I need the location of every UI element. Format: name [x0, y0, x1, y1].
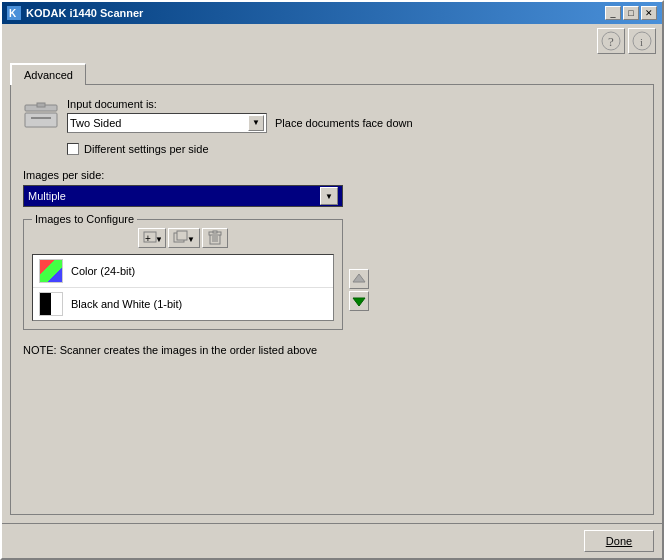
- color-icon: [39, 259, 63, 283]
- svg-text:▼: ▼: [155, 235, 161, 244]
- title-bar-controls: _ □ ✕: [605, 6, 657, 20]
- main-window: K KODAK i1440 Scanner _ □ ✕ ? i: [0, 0, 664, 560]
- input-doc-dropdown[interactable]: Two Sided ▼: [67, 113, 267, 133]
- bw-item-label: Black and White (1-bit): [71, 298, 182, 310]
- images-per-side-arrow[interactable]: ▼: [320, 187, 338, 205]
- svg-rect-8: [31, 117, 51, 119]
- svg-text:+: +: [145, 233, 151, 244]
- delete-icon: [207, 230, 223, 246]
- images-per-side-section: Images per side: Multiple ▼: [23, 169, 641, 207]
- images-to-configure-group: Images to Configure + ▼: [23, 219, 343, 330]
- tab-advanced[interactable]: Advanced: [10, 63, 86, 85]
- minimize-button[interactable]: _: [605, 6, 621, 20]
- list-item[interactable]: Black and White (1-bit): [33, 288, 333, 320]
- title-bar-text: K KODAK i1440 Scanner: [7, 6, 143, 20]
- svg-rect-9: [37, 103, 45, 107]
- input-doc-label: Input document is:: [67, 98, 413, 110]
- done-label: Done: [606, 535, 632, 547]
- list-item[interactable]: Color (24-bit): [33, 255, 333, 288]
- maximize-button[interactable]: □: [623, 6, 639, 20]
- add-icon: + ▼: [143, 230, 161, 246]
- svg-text:?: ?: [608, 34, 614, 49]
- group-box-label: Images to Configure: [32, 213, 137, 225]
- content-area: Advanced Input document is:: [2, 58, 662, 523]
- input-doc-section: Input document is: Two Sided ▼ Place doc…: [23, 97, 641, 133]
- bw-icon: [39, 292, 63, 316]
- image-list: Color (24-bit) Black and White (1-bit): [32, 254, 334, 321]
- svg-marker-22: [353, 274, 365, 282]
- close-button[interactable]: ✕: [641, 6, 657, 20]
- svg-marker-23: [353, 298, 365, 306]
- tab-container: Advanced: [10, 62, 654, 84]
- svg-text:▼: ▼: [187, 235, 195, 244]
- move-down-button[interactable]: [349, 291, 369, 311]
- checkbox-row: Different settings per side: [67, 143, 641, 155]
- group-content: Color (24-bit) Black and White (1-bit): [32, 254, 334, 321]
- color-item-label: Color (24-bit): [71, 265, 135, 277]
- scanner-icon: [23, 97, 59, 133]
- svg-rect-18: [213, 231, 217, 233]
- done-button[interactable]: Done: [584, 530, 654, 552]
- different-settings-label: Different settings per side: [84, 143, 209, 155]
- svg-text:K: K: [9, 8, 17, 19]
- tab-content: Input document is: Two Sided ▼ Place doc…: [10, 84, 654, 515]
- input-doc-dropdown-arrow[interactable]: ▼: [248, 115, 264, 131]
- help-icon: ?: [601, 31, 621, 51]
- input-doc-right: Input document is: Two Sided ▼ Place doc…: [67, 98, 413, 133]
- images-per-side-dropdown[interactable]: Multiple ▼: [23, 185, 343, 207]
- reorder-buttons: [349, 269, 369, 311]
- group-toolbar: + ▼ ▼: [32, 228, 334, 248]
- svg-text:i: i: [640, 36, 643, 48]
- info-icon-button[interactable]: i: [628, 28, 656, 54]
- note-text: NOTE: Scanner creates the images in the …: [23, 344, 641, 356]
- different-settings-checkbox[interactable]: [67, 143, 79, 155]
- toolbar-icons: ? i: [597, 28, 656, 54]
- info-icon: i: [632, 31, 652, 51]
- delete-image-button[interactable]: [202, 228, 228, 248]
- svg-rect-14: [177, 231, 187, 240]
- svg-rect-7: [25, 113, 57, 127]
- up-arrow-icon: [352, 272, 366, 286]
- window-icon: K: [7, 6, 21, 20]
- title-bar: K KODAK i1440 Scanner _ □ ✕: [2, 2, 662, 24]
- add-image-button[interactable]: + ▼: [138, 228, 166, 248]
- bottom-bar: Done: [2, 523, 662, 558]
- images-per-side-label: Images per side:: [23, 169, 641, 181]
- toolbar-area: ? i: [2, 24, 662, 58]
- down-arrow-icon: [352, 294, 366, 308]
- copy-image-button[interactable]: ▼: [168, 228, 200, 248]
- help-icon-button[interactable]: ?: [597, 28, 625, 54]
- copy-icon: ▼: [173, 230, 195, 246]
- input-doc-row: Two Sided ▼ Place documents face down: [67, 113, 413, 133]
- move-up-button[interactable]: [349, 269, 369, 289]
- place-docs-text: Place documents face down: [275, 117, 413, 129]
